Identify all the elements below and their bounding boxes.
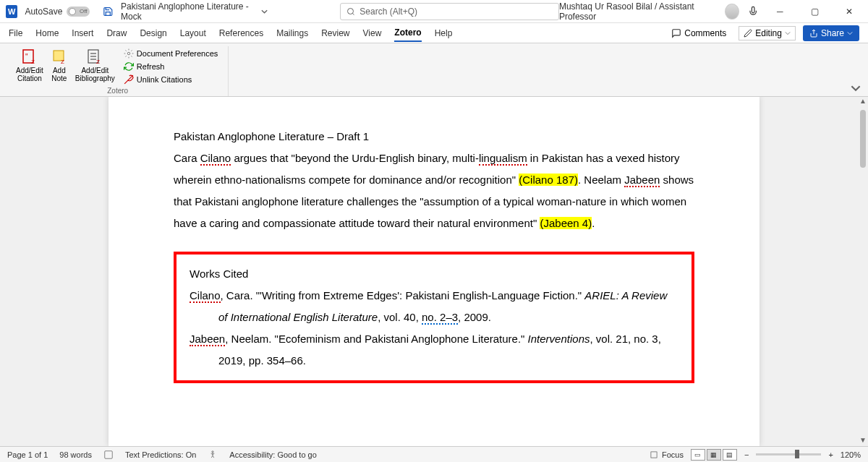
text-prediction-icon — [103, 450, 114, 460]
refresh-icon — [124, 61, 134, 72]
tab-help[interactable]: Help — [435, 25, 453, 41]
pencil-icon — [744, 29, 752, 38]
zoom-out-button[interactable]: − — [744, 450, 749, 459]
add-note-button[interactable]: Z Add Note — [48, 46, 71, 87]
document-paragraph: Cara Cilano argues that "beyond the Urdu… — [174, 147, 694, 234]
read-mode-button[interactable]: ▭ — [691, 449, 705, 461]
document-canvas: Pakistan Anglophone Literature – Draft 1… — [0, 97, 868, 446]
share-button[interactable]: Share — [803, 25, 859, 41]
minimize-button[interactable]: ─ — [767, 1, 793, 22]
document-title[interactable]: Pakistani Anglophone Literature - Mock — [121, 1, 268, 22]
svg-text:Z: Z — [96, 59, 100, 65]
svg-text:Z: Z — [61, 59, 64, 65]
tab-mailings[interactable]: Mailings — [276, 25, 308, 41]
chevron-down-icon — [261, 8, 268, 15]
scroll-down-icon[interactable]: ▼ — [859, 436, 867, 446]
bibliography-entry: Cilano, Cara. "'Writing from Extreme Edg… — [190, 285, 678, 328]
comment-icon — [671, 28, 681, 38]
close-button[interactable]: ✕ — [836, 1, 862, 22]
refresh-button[interactable]: Refresh — [122, 61, 220, 72]
svg-text:": " — [25, 53, 28, 61]
toggle-switch[interactable]: Off — [67, 7, 90, 17]
zoom-slider[interactable] — [756, 453, 821, 455]
avatar[interactable] — [725, 4, 739, 20]
scroll-up-icon[interactable]: ▲ — [859, 97, 867, 107]
comments-button[interactable]: Comments — [666, 26, 731, 40]
word-count[interactable]: 98 words — [59, 450, 92, 459]
accessibility-status[interactable]: Accessibility: Good to go — [229, 450, 316, 459]
tab-view[interactable]: View — [363, 25, 382, 41]
title-bar: W AutoSave Off Pakistani Anglophone Lite… — [0, 0, 868, 23]
save-icon[interactable] — [103, 6, 114, 17]
add-edit-bibliography-button[interactable]: Z Add/Edit Bibliography — [72, 46, 118, 87]
svg-point-13 — [127, 52, 130, 55]
ribbon: "Z Add/Edit Citation Z Add Note Z Add/Ed… — [0, 43, 868, 97]
chevron-down-icon — [785, 30, 791, 36]
note-icon: Z — [51, 48, 68, 65]
focus-icon — [649, 450, 659, 460]
tab-references[interactable]: References — [219, 25, 263, 41]
svg-line-1 — [353, 13, 354, 14]
tab-home[interactable]: Home — [35, 25, 59, 41]
share-icon — [809, 29, 818, 38]
web-layout-button[interactable]: ▤ — [723, 449, 737, 461]
works-cited-box: Works Cited Cilano, Cara. "'Writing from… — [174, 252, 694, 383]
citation-icon: "Z — [21, 48, 38, 65]
tab-file[interactable]: File — [9, 25, 22, 41]
page-indicator[interactable]: Page 1 of 1 — [7, 450, 48, 459]
editing-dropdown[interactable]: Editing — [739, 26, 796, 40]
chevron-down-icon — [847, 30, 853, 36]
status-bar: Page 1 of 1 98 words Text Predictions: O… — [0, 446, 868, 462]
focus-mode[interactable]: Focus — [649, 450, 684, 460]
tab-draw[interactable]: Draw — [106, 25, 127, 41]
svg-rect-15 — [105, 450, 113, 458]
tab-review[interactable]: Review — [321, 25, 349, 41]
document-preferences-button[interactable]: Document Preferences — [122, 48, 220, 59]
print-layout-button[interactable]: ▦ — [707, 449, 721, 461]
svg-rect-17 — [651, 451, 657, 457]
scroll-thumb[interactable] — [860, 110, 866, 168]
tab-insert[interactable]: Insert — [72, 25, 93, 41]
svg-point-16 — [212, 450, 213, 452]
ribbon-group-label: Zotero — [107, 87, 128, 96]
text-predictions[interactable]: Text Predictions: On — [125, 450, 196, 459]
view-mode-buttons: ▭ ▦ ▤ — [691, 449, 737, 461]
unlink-icon — [124, 74, 134, 85]
vertical-scrollbar[interactable]: ▲ ▼ — [858, 97, 868, 446]
citation-highlight: (Jabeen 4) — [540, 217, 592, 229]
svg-text:Z: Z — [31, 59, 35, 65]
tab-zotero[interactable]: Zotero — [394, 25, 421, 42]
unlink-citations-button[interactable]: Unlink Citations — [122, 74, 220, 85]
zoom-level[interactable]: 120% — [841, 450, 861, 459]
maximize-button[interactable]: ▢ — [801, 1, 827, 22]
accessibility-icon — [208, 450, 218, 460]
tab-design[interactable]: Design — [140, 25, 166, 41]
mic-icon[interactable] — [748, 6, 758, 17]
add-edit-citation-button[interactable]: "Z Add/Edit Citation — [13, 46, 46, 87]
autosave-label: AutoSave — [25, 7, 62, 17]
collapse-ribbon-icon[interactable] — [851, 83, 861, 93]
user-name: Mushtaq Ur Rasool Bilal / Assistant Prof… — [559, 1, 716, 22]
zoom-in-button[interactable]: + — [828, 450, 833, 459]
search-input[interactable]: Search (Alt+Q) — [340, 3, 559, 20]
citation-highlight: (Cilano 187) — [519, 174, 578, 186]
bibliography-icon: Z — [86, 48, 103, 65]
autosave-toggle[interactable]: AutoSave Off — [25, 7, 90, 17]
bibliography-entry: Jabeen, Neelam. "Ecofeminism and Pakista… — [190, 328, 678, 372]
search-icon — [346, 7, 355, 16]
tab-layout[interactable]: Layout — [180, 25, 206, 41]
ribbon-tabs: File Home Insert Draw Design Layout Refe… — [0, 23, 868, 43]
document-heading: Pakistan Anglophone Literature – Draft 1 — [174, 126, 694, 147]
document-page[interactable]: Pakistan Anglophone Literature – Draft 1… — [109, 97, 760, 446]
works-cited-heading: Works Cited — [190, 263, 678, 285]
word-app-icon: W — [6, 5, 17, 18]
gear-icon — [124, 48, 134, 59]
svg-point-0 — [348, 8, 354, 14]
